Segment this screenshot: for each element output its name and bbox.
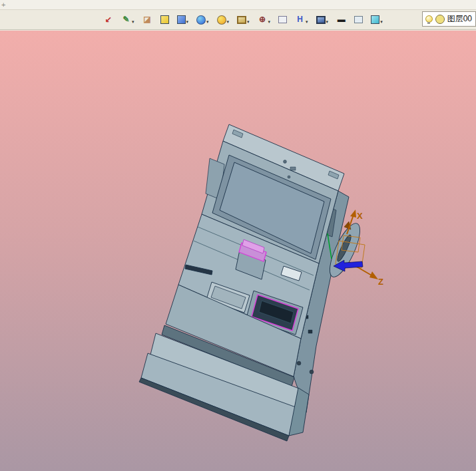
layer-color-swatch[interactable] — [435, 15, 445, 24]
lightbulb-icon[interactable] — [425, 15, 433, 23]
dropdown-caret-icon[interactable]: ▾ — [227, 16, 230, 24]
yellow-box-icon — [160, 15, 169, 24]
z-axis-label: Z — [378, 277, 383, 287]
plane-button[interactable] — [352, 15, 365, 25]
yellow-box-button[interactable] — [158, 14, 171, 25]
main-toolbar-items: ↙✎▾◪▾▾▾▾⊕▾H▾▾▬▾ — [101, 13, 385, 26]
dropdown-caret-icon[interactable]: ▾ — [206, 16, 209, 24]
blue-sphere-button[interactable]: ▾ — [194, 14, 211, 26]
cad-application-window: + ↙✎▾◪▾▾▾▾⊕▾H▾▾▬▾ 图层00 — [0, 0, 476, 471]
eraser-icon: ◪ — [142, 15, 152, 25]
h-beam-icon: H — [295, 15, 305, 25]
dropdown-caret-icon[interactable]: ▾ — [132, 16, 134, 24]
dropdown-caret-icon[interactable]: ▾ — [326, 16, 329, 24]
h-beam-button[interactable]: H▾ — [293, 13, 310, 26]
dropdown-caret-icon[interactable]: ▾ — [186, 16, 189, 24]
material-brush-button[interactable]: ✎▾ — [119, 13, 136, 26]
z-axis-arrowhead — [369, 271, 378, 279]
eraser-button[interactable]: ◪ — [140, 13, 154, 26]
kiosk-model[interactable] — [139, 124, 365, 441]
dock-handle-icon[interactable]: + — [1, 1, 5, 9]
window-icon — [278, 16, 287, 23]
exit-render-button[interactable]: ↙ — [101, 13, 115, 26]
orange-sphere-button[interactable]: ▾ — [215, 14, 232, 26]
line-icon: ▬ — [336, 15, 346, 25]
blue-box-icon — [177, 15, 186, 24]
display-button[interactable]: ▾ — [314, 15, 331, 25]
top-dock-strip: + — [0, 0, 476, 10]
dropdown-caret-icon[interactable]: ▾ — [268, 16, 271, 24]
orange-sphere-icon — [217, 15, 226, 25]
picture-icon — [237, 16, 246, 24]
dropdown-caret-icon[interactable]: ▾ — [380, 16, 383, 24]
display-icon — [316, 16, 326, 24]
blue-sphere-icon — [196, 15, 206, 25]
cyan-box-icon — [371, 15, 379, 24]
target-button[interactable]: ⊕▾ — [256, 13, 273, 26]
plane-icon — [354, 16, 363, 23]
viewport-3d[interactable]: X Z — [0, 31, 476, 471]
layer-name-label: 图层00 — [447, 13, 472, 25]
dropdown-caret-icon[interactable]: ▾ — [247, 16, 250, 24]
window-button[interactable] — [276, 15, 289, 25]
target-icon: ⊕ — [258, 15, 268, 25]
blue-box-button[interactable]: ▾ — [175, 14, 191, 25]
material-brush-icon: ✎ — [121, 15, 131, 25]
line-button[interactable]: ▬ — [334, 13, 348, 26]
main-toolbar: ↙✎▾◪▾▾▾▾⊕▾H▾▾▬▾ 图层00 — [0, 10, 476, 30]
viewport-canvas[interactable]: X Z — [0, 31, 476, 471]
x-axis-label: X — [357, 211, 363, 221]
cyan-box-button[interactable]: ▾ — [369, 14, 385, 25]
x-axis-arrowhead — [350, 210, 356, 218]
exit-render-icon: ↙ — [103, 15, 113, 25]
layer-panel[interactable]: 图层00 — [422, 11, 476, 27]
picture-button[interactable]: ▾ — [235, 15, 252, 25]
dropdown-caret-icon[interactable]: ▾ — [306, 16, 308, 24]
